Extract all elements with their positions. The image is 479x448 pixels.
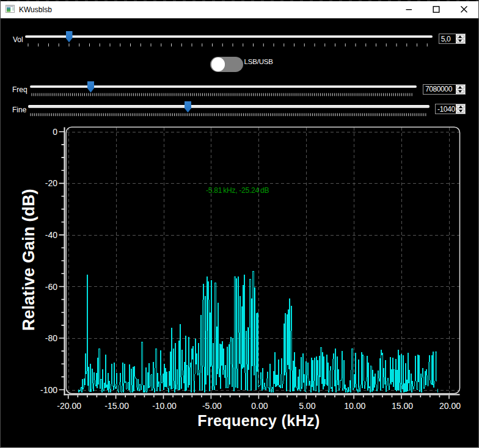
- svg-text:0.00: 0.00: [251, 401, 268, 411]
- svg-text:20.00: 20.00: [439, 401, 461, 411]
- svg-text:-80: -80: [45, 333, 57, 343]
- svg-text:-5.81 kHz, -25.24 dB: -5.81 kHz, -25.24 dB: [206, 186, 269, 195]
- svg-text:Relative Gain (dB): Relative Gain (dB): [20, 189, 38, 331]
- svg-text:-20: -20: [45, 178, 57, 188]
- svg-text:-10.00: -10.00: [152, 401, 177, 411]
- svg-text:0: 0: [53, 127, 57, 137]
- svg-text:-20.00: -20.00: [57, 401, 81, 411]
- svg-text:-40: -40: [45, 230, 57, 240]
- svg-text:-15.00: -15.00: [104, 401, 129, 411]
- svg-text:-100: -100: [40, 385, 57, 395]
- svg-text:-60: -60: [45, 282, 57, 292]
- svg-text:5.00: 5.00: [299, 401, 315, 411]
- svg-text:10.00: 10.00: [344, 401, 365, 411]
- svg-text:Frequency (kHz): Frequency (kHz): [197, 412, 320, 429]
- svg-text:-5.00: -5.00: [202, 401, 222, 411]
- svg-text:15.00: 15.00: [392, 401, 413, 411]
